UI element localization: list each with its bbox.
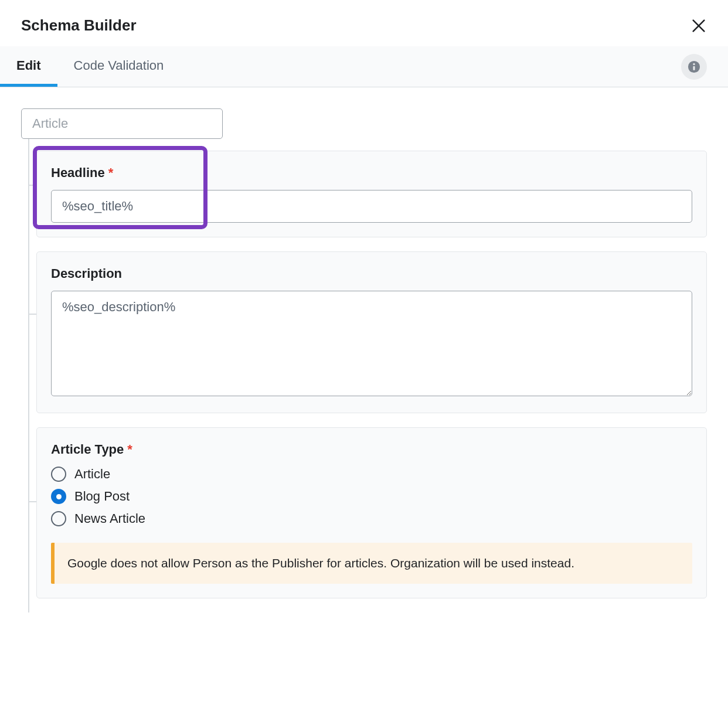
radio-article[interactable]: Article [51, 467, 692, 482]
schema-type-select[interactable]: Article [21, 108, 223, 139]
required-star: * [108, 165, 114, 181]
tab-code-validation[interactable]: Code Validation [57, 46, 181, 87]
description-section: Description %seo_description% [36, 251, 707, 413]
svg-rect-4 [693, 66, 695, 70]
radio-icon [51, 511, 66, 526]
schema-type-value: Article [32, 116, 68, 131]
tabs-list: Edit Code Validation [0, 46, 180, 87]
modal-header: Schema Builder [0, 0, 728, 46]
headline-input[interactable] [51, 190, 692, 223]
tabs-bar: Edit Code Validation [0, 46, 728, 87]
headline-section: Headline * [36, 151, 707, 237]
article-type-section: Article Type * Article Blog Post News Ar… [36, 427, 707, 598]
description-label: Description [51, 266, 692, 281]
schema-tree: Article Headline * Description %seo_desc… [21, 108, 707, 598]
svg-point-3 [693, 63, 695, 64]
info-button[interactable] [681, 54, 707, 80]
content-area: Article Headline * Description %seo_desc… [0, 87, 728, 598]
radio-label-blog-post: Blog Post [74, 489, 130, 504]
info-icon [688, 60, 700, 73]
modal-title: Schema Builder [21, 16, 137, 35]
radio-icon [51, 467, 66, 482]
tab-edit[interactable]: Edit [0, 46, 57, 87]
article-type-label: Article Type * [51, 442, 692, 457]
radio-icon [51, 489, 66, 504]
description-textarea[interactable]: %seo_description% [51, 291, 692, 396]
radio-news-article[interactable]: News Article [51, 511, 692, 526]
close-button[interactable] [690, 18, 707, 34]
required-star: * [127, 442, 132, 457]
headline-label: Headline * [51, 165, 692, 181]
publisher-notice: Google does not allow Person as the Publ… [51, 543, 692, 584]
article-type-radio-group: Article Blog Post News Article [51, 467, 692, 526]
radio-label-news-article: News Article [74, 511, 145, 526]
close-icon [690, 18, 707, 34]
radio-blog-post[interactable]: Blog Post [51, 489, 692, 504]
radio-label-article: Article [74, 467, 110, 482]
